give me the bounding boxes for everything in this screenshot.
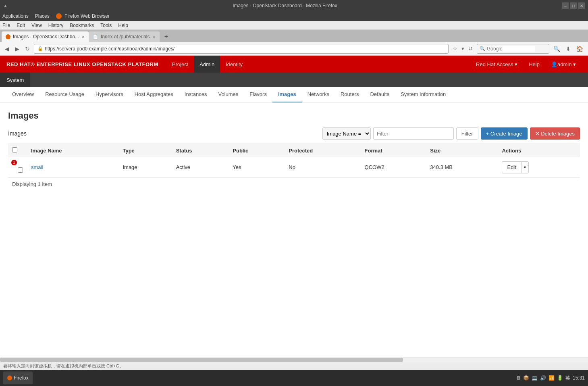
col-public: Public: [229, 144, 285, 157]
search-input[interactable]: [487, 46, 535, 52]
menu-history[interactable]: History: [48, 23, 63, 28]
nav-instances[interactable]: Instances: [179, 87, 213, 102]
status-text: 要将输入定向到该虚拟机，请在虚拟机内部单击或按 Ctrl+G。: [3, 363, 124, 369]
status-bar: 要将输入定向到该虚拟机，请在虚拟机内部单击或按 Ctrl+G。: [0, 362, 588, 370]
nav-help[interactable]: Help: [523, 56, 545, 73]
menu-edit[interactable]: Edit: [17, 23, 25, 28]
filter-input[interactable]: [373, 127, 454, 140]
table-row: 1 small Image Active Yes No QCOW2 340.3 …: [8, 157, 580, 177]
nav-images[interactable]: Images: [272, 87, 302, 102]
nav-networks[interactable]: Networks: [302, 87, 335, 102]
menu-help[interactable]: Help: [118, 23, 128, 28]
tab-close-images[interactable]: ✕: [81, 35, 85, 39]
taskbar: Firefox 🖥 📦 💻 🔊 📶 🔋 英 15:31: [0, 370, 588, 386]
nav-admin-user[interactable]: 👤 admin ▾: [545, 56, 582, 73]
create-image-button[interactable]: + Create Image: [481, 127, 528, 140]
places-menu[interactable]: Places: [35, 13, 50, 19]
nav-defaults[interactable]: Defaults: [364, 87, 395, 102]
displaying-count: Displaying 1 item: [8, 177, 580, 190]
os-apps-indicator: ▲: [3, 3, 8, 8]
address-text: https://servera.pod0.example.com/dashboa…: [45, 46, 175, 52]
cell-format: QCOW2: [361, 157, 426, 177]
forward-button[interactable]: ▶: [13, 45, 21, 53]
cell-size: 340.3 MB: [426, 157, 498, 177]
download-button[interactable]: ⬇: [564, 45, 572, 53]
row-checkbox[interactable]: [18, 167, 23, 173]
system-subnav: System: [0, 73, 588, 87]
nav-host-aggregates[interactable]: Host Aggregates: [129, 87, 179, 102]
taskbar-lang: 英: [565, 375, 570, 382]
tab-close-index[interactable]: ✕: [152, 35, 156, 39]
taskbar-icon-6: 🔋: [557, 375, 563, 381]
menu-view[interactable]: View: [31, 23, 42, 28]
home-button[interactable]: 🏠: [575, 45, 585, 53]
nav-admin[interactable]: Admin: [194, 56, 220, 73]
maximize-button[interactable]: □: [570, 2, 577, 9]
address-bar[interactable]: 🔒 https://servera.pod0.example.com/dashb…: [34, 44, 449, 54]
user-icon: 👤: [551, 61, 557, 67]
refresh-icon[interactable]: ↺: [467, 45, 474, 52]
nav-flavors[interactable]: Flavors: [244, 87, 272, 102]
col-protected: Protected: [285, 144, 360, 157]
browser-addressbar: ◀ ▶ ↻ 🔒 https://servera.pod0.example.com…: [0, 42, 588, 56]
table-header: Images Image Name = Filter + Create Imag…: [8, 127, 580, 140]
col-actions: Actions: [498, 144, 580, 157]
image-name-link[interactable]: small: [31, 164, 43, 170]
os-appsbar: Applications Places Firefox Web Browser: [0, 11, 588, 21]
taskbar-browser[interactable]: Firefox: [3, 371, 33, 384]
nav-routers[interactable]: Routers: [335, 87, 365, 102]
cell-actions: Edit ▾: [498, 157, 580, 177]
nav-overview[interactable]: Overview: [6, 87, 39, 102]
openstack-brand: RED HAT® ENTERPRISE LINUX OPENSTACK PLAT…: [6, 61, 158, 67]
tab-images[interactable]: Images - OpenStack Dashbo... ✕: [2, 31, 89, 42]
find-button[interactable]: 🔍: [552, 45, 562, 53]
menu-file[interactable]: File: [2, 23, 10, 28]
nav-hypervisors[interactable]: Hypervisors: [90, 87, 129, 102]
menu-bookmarks[interactable]: Bookmarks: [70, 23, 94, 28]
nav-system-information[interactable]: System Information: [395, 87, 451, 102]
bookmark-tools[interactable]: ▾: [460, 45, 466, 52]
col-status: Status: [172, 144, 229, 157]
action-dropdown-button[interactable]: ▾: [521, 161, 529, 173]
apps-menu[interactable]: Applications: [2, 13, 29, 19]
nav-resource-usage[interactable]: Resource Usage: [39, 87, 90, 102]
menu-tools[interactable]: Tools: [100, 23, 112, 28]
system-nav-item[interactable]: System: [0, 73, 30, 87]
new-tab-button[interactable]: +: [161, 31, 172, 42]
search-box[interactable]: 🔍: [477, 44, 549, 54]
cell-status: Active: [172, 157, 229, 177]
close-button[interactable]: ✕: [578, 2, 585, 9]
window-controls: – □ ✕: [562, 2, 585, 9]
window-title: Images - OpenStack Dashboard - Mozilla F…: [8, 3, 562, 8]
minimize-button[interactable]: –: [562, 2, 569, 9]
taskbar-icon-5: 📶: [549, 375, 555, 381]
os-titlebar: ▲ Images - OpenStack Dashboard - Mozilla…: [0, 0, 588, 11]
browser-menubar: File Edit View History Bookmarks Tools H…: [0, 21, 588, 30]
bookmark-star[interactable]: ☆: [451, 45, 459, 52]
col-size: Size: [426, 144, 498, 157]
second-nav: Overview Resource Usage Hypervisors Host…: [0, 87, 588, 102]
nav-project[interactable]: Project: [166, 56, 194, 73]
filter-select[interactable]: Image Name =: [322, 127, 371, 140]
tab-index[interactable]: 📄 Index of /pub/materials ✕: [89, 31, 159, 42]
col-format: Format: [361, 144, 426, 157]
browser-tabbar: Images - OpenStack Dashbo... ✕ 📄 Index o…: [0, 30, 588, 42]
delete-images-button[interactable]: ✕ Delete Images: [530, 127, 580, 140]
filter-button[interactable]: Filter: [456, 127, 478, 140]
col-type: Type: [118, 144, 172, 157]
edit-button[interactable]: Edit: [502, 161, 521, 173]
back-button[interactable]: ◀: [3, 45, 11, 53]
nav-redhat-access[interactable]: Red Hat Access ▾: [470, 56, 523, 73]
scrollbar-area[interactable]: [0, 357, 588, 362]
select-all-checkbox[interactable]: [12, 147, 17, 152]
scrollbar-thumb[interactable]: [0, 358, 403, 362]
row-indicator-wrap: 1: [12, 161, 18, 166]
lock-icon: 🔒: [37, 46, 43, 51]
cell-protected: No: [285, 157, 360, 177]
images-table-section: Images Image Name = Filter + Create Imag…: [8, 127, 580, 190]
page-title: Images: [8, 111, 580, 121]
nav-volumes[interactable]: Volumes: [212, 87, 244, 102]
reload-button[interactable]: ↻: [23, 45, 31, 53]
table-controls: Image Name = Filter + Create Image ✕ Del…: [322, 127, 580, 140]
nav-identity[interactable]: Identity: [220, 56, 248, 73]
